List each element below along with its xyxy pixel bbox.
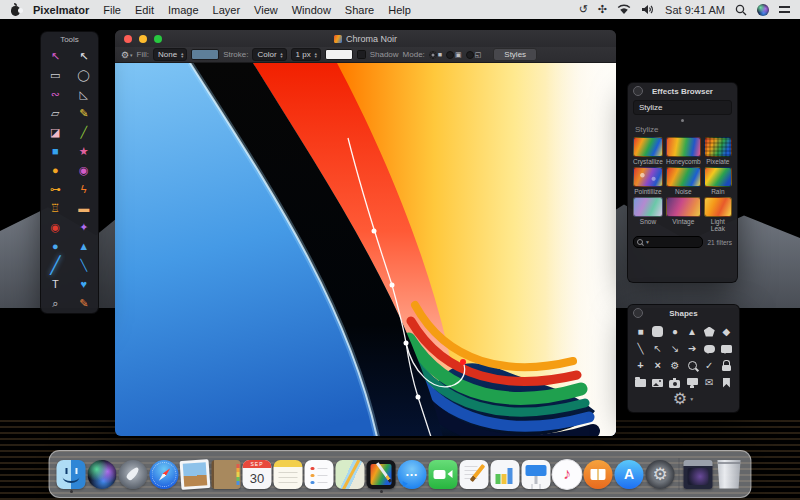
dock-finder[interactable] (56, 455, 87, 493)
shape-line[interactable]: ╲ (632, 340, 649, 357)
brush-small-tool[interactable]: ╱ (70, 123, 99, 142)
siri-icon[interactable] (757, 4, 769, 16)
pencil-tool[interactable]: ✎ (70, 104, 99, 123)
menu-window[interactable]: Window (292, 4, 331, 16)
blur-tool[interactable]: ● (41, 237, 70, 256)
shape-rounded-square[interactable] (649, 323, 666, 340)
notification-center-icon[interactable] (779, 5, 790, 14)
spotlight-icon[interactable] (735, 4, 747, 16)
wifi-icon[interactable] (617, 4, 631, 15)
shape-lock[interactable] (718, 357, 735, 374)
dock-safari[interactable] (149, 455, 180, 493)
app-menu-title[interactable]: Pixelmator (33, 4, 89, 16)
dock-facetime[interactable] (428, 455, 459, 493)
shadow-checkbox[interactable] (357, 50, 366, 59)
dock-maps[interactable] (335, 455, 366, 493)
panel-close-button[interactable] (633, 86, 643, 96)
zoom-tool[interactable]: ⌕ (41, 294, 70, 313)
shape-gear[interactable]: ⚙ (666, 357, 683, 374)
anchor-point[interactable] (404, 341, 409, 346)
tool-settings-popup[interactable]: ⚙ ▾ (121, 50, 133, 60)
shape-pentagon[interactable] (701, 323, 718, 340)
shape-arrow-right[interactable]: ➔ (683, 340, 700, 357)
shape-speech-bubble-square[interactable] (718, 340, 735, 357)
shape-checkmark[interactable]: ✓ (701, 357, 718, 374)
color-fill-tool[interactable]: ■ (41, 142, 70, 161)
rect-marquee-tool[interactable]: ▭ (41, 66, 70, 85)
stroke-swatch[interactable] (325, 49, 353, 60)
mode-option-combine[interactable]: ▣ (446, 51, 462, 59)
menu-edit[interactable]: Edit (135, 4, 154, 16)
dock-notes[interactable] (273, 455, 304, 493)
healing-tool[interactable]: ▬ (70, 199, 99, 218)
canvas[interactable] (115, 63, 616, 436)
stroke-width-stepper[interactable]: 1 px ▲▼ (291, 48, 321, 61)
shape-speech-bubble-round[interactable] (701, 340, 718, 357)
dock-preview[interactable] (180, 455, 211, 493)
active-anchor-point[interactable] (460, 359, 466, 365)
type-tool[interactable]: T (41, 275, 70, 294)
dock-launchpad[interactable] (118, 455, 149, 493)
effect-pixelate[interactable]: Pixelate (704, 137, 732, 165)
shape-arrow-diagonal-down[interactable]: ↘ (666, 340, 683, 357)
lasso-tool[interactable]: ∾ (41, 85, 70, 104)
effect-rain[interactable]: Rain (704, 167, 732, 195)
fill-swatch[interactable] (191, 49, 219, 60)
effects-search-input[interactable]: ▼ (633, 236, 703, 248)
paintbrush-tool[interactable]: ╱ (41, 256, 70, 275)
shape-circle[interactable]: ● (666, 323, 683, 340)
eyedropper-tool[interactable]: ✎ (70, 294, 99, 313)
fill-select[interactable]: None ▲▼ (153, 48, 187, 61)
shape-bookmark[interactable] (718, 374, 735, 391)
effect-snow[interactable]: Snow (633, 197, 663, 232)
dock-trash[interactable] (714, 455, 745, 493)
menu-bar-clock[interactable]: Sat 9:41 AM (665, 4, 725, 16)
shape-square[interactable]: ■ (632, 323, 649, 340)
menu-image[interactable]: Image (168, 4, 199, 16)
shape-cross[interactable]: × (649, 357, 666, 374)
dock-reminders[interactable] (304, 455, 335, 493)
magic-wand-tool[interactable]: ✦ (70, 218, 99, 237)
shape-triangle[interactable]: ▲ (683, 323, 700, 340)
effect-light-leak[interactable]: Light Leak (704, 197, 732, 232)
dock-pixelmator[interactable] (366, 455, 397, 493)
sponge-tool[interactable]: ◉ (70, 161, 99, 180)
dock-siri[interactable] (87, 455, 118, 493)
menu-share[interactable]: Share (345, 4, 374, 16)
dock-messages[interactable]: … (397, 455, 428, 493)
sharpen-tool[interactable]: ▲ (70, 237, 99, 256)
anchor-point[interactable] (390, 283, 395, 288)
window-titlebar[interactable]: Chroma Noir (115, 30, 616, 47)
dock-minwindow[interactable] (683, 455, 714, 493)
fan-icon[interactable]: ✣ (598, 0, 607, 19)
shape-magnifier[interactable] (683, 357, 700, 374)
anchor-point[interactable] (372, 229, 377, 234)
eraser-tool[interactable]: ◪ (41, 123, 70, 142)
ellipse-marquee-tool[interactable]: ◯ (70, 66, 99, 85)
burn-tool[interactable]: ϟ (70, 180, 99, 199)
effect-vintage[interactable]: Vintage (666, 197, 701, 232)
menu-view[interactable]: View (254, 4, 278, 16)
dodge-tool[interactable]: ⊶ (41, 180, 70, 199)
red-eye-tool[interactable]: ◉ (41, 218, 70, 237)
dock-pages[interactable] (459, 455, 490, 493)
shape-folder[interactable] (632, 374, 649, 391)
time-machine-icon[interactable]: ↺ (579, 0, 588, 19)
effects-category-dropdown[interactable]: Stylize (633, 100, 732, 115)
paint-bucket-tool[interactable]: ● (41, 161, 70, 180)
apple-menu-icon[interactable] (10, 4, 21, 16)
shape-arrow-diagonal-up[interactable]: ↖ (649, 340, 666, 357)
dock-calendar[interactable]: SEP30 (242, 455, 273, 493)
dock-itunes[interactable]: ♪ (552, 455, 583, 493)
shape-image[interactable] (649, 374, 666, 391)
effect-honeycomb[interactable]: Honeycomb (666, 137, 701, 165)
menu-help[interactable]: Help (388, 4, 411, 16)
dock-appstore[interactable]: A (614, 455, 645, 493)
clone-stamp-tool[interactable]: ♖ (41, 199, 70, 218)
menu-layer[interactable]: Layer (213, 4, 241, 16)
dock-ibooks[interactable] (583, 455, 614, 493)
dock-keynote[interactable] (521, 455, 552, 493)
pen-tool[interactable]: ╲ (70, 256, 99, 275)
effect-crystallize[interactable]: Crystallize (633, 137, 663, 165)
stroke-select[interactable]: Color ▲▼ (252, 48, 286, 61)
